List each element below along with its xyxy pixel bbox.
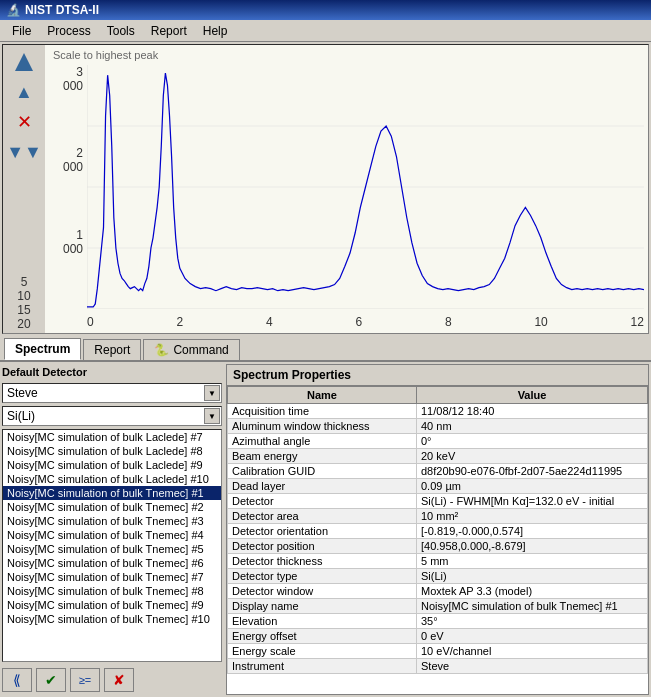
list-item[interactable]: Noisy[MC simulation of bulk Tnemec] #4: [3, 528, 221, 542]
property-value: [-0.819,-0.000,0.574]: [417, 524, 648, 539]
list-item[interactable]: Noisy[MC simulation of bulk Laclede] #7: [3, 430, 221, 444]
up-double-button[interactable]: ⟪: [2, 668, 32, 692]
property-name: Detector type: [228, 569, 417, 584]
list-item[interactable]: Noisy[MC simulation of bulk Tnemec] #1: [3, 486, 221, 500]
property-value: 5 mm: [417, 554, 648, 569]
tab-spectrum[interactable]: Spectrum: [4, 338, 81, 360]
menu-file[interactable]: File: [4, 22, 39, 40]
chart-scale-label: Scale to highest peak: [53, 49, 158, 61]
menu-help[interactable]: Help: [195, 22, 236, 40]
property-value: [40.958,0.000,-8.679]: [417, 539, 648, 554]
tab-command[interactable]: 🐍 Command: [143, 339, 239, 360]
chart-area: ▲ ✕ ▼▼ 5 10 15 20 Scale to highest peak …: [2, 44, 649, 334]
property-name: Calibration GUID: [228, 464, 417, 479]
table-row: Detector windowMoxtek AP 3.3 (model): [228, 584, 648, 599]
property-name: Detector thickness: [228, 554, 417, 569]
table-row: DetectorSi(Li) - FWHM[Mn Kα]=132.0 eV - …: [228, 494, 648, 509]
chart-y-axis: 3 000 2 000 1 000: [53, 65, 83, 309]
menu-bar: File Process Tools Report Help: [0, 20, 651, 42]
bottom-panel: Default Detector Steve ▼ Si(Li) ▼ Noisy[…: [2, 364, 649, 695]
property-name: Elevation: [228, 614, 417, 629]
zoom-down2-icon[interactable]: ▼▼: [10, 138, 38, 166]
menu-tools[interactable]: Tools: [99, 22, 143, 40]
table-row: Calibration GUIDd8f20b90-e076-0fbf-2d07-…: [228, 464, 648, 479]
property-value: Si(Li): [417, 569, 648, 584]
table-row: Detector typeSi(Li): [228, 569, 648, 584]
property-name: Detector orientation: [228, 524, 417, 539]
title-bar: 🔬 NIST DTSA-II: [0, 0, 651, 20]
property-value: Steve: [417, 659, 648, 674]
table-row: Beam energy20 keV: [228, 449, 648, 464]
chart-numbers: 5 10 15 20: [17, 275, 30, 331]
property-value: 10 mm²: [417, 509, 648, 524]
detector-dropdown2[interactable]: Si(Li): [2, 406, 222, 426]
svg-marker-0: [15, 53, 33, 71]
list-item[interactable]: Noisy[MC simulation of bulk Tnemec] #9: [3, 598, 221, 612]
table-row: Acquisition time11/08/12 18:40: [228, 404, 648, 419]
property-value: 0°: [417, 434, 648, 449]
list-item[interactable]: Noisy[MC simulation of bulk Tnemec] #8: [3, 584, 221, 598]
property-name: Beam energy: [228, 449, 417, 464]
col-name-header: Name: [228, 387, 417, 404]
zoom-up-icon[interactable]: ▲: [10, 78, 38, 106]
property-value: Si(Li) - FWHM[Mn Kα]=132.0 eV - initial: [417, 494, 648, 509]
chart-plot[interactable]: Scale to highest peak 3 000 2 000 1 000 …: [45, 45, 648, 333]
list-item[interactable]: Noisy[MC simulation of bulk Laclede] #9: [3, 458, 221, 472]
properties-table: Name Value Acquisition time11/08/12 18:4…: [227, 386, 648, 674]
table-row: Azimuthal angle0°: [228, 434, 648, 449]
detector-dropdown1[interactable]: Steve: [2, 383, 222, 403]
tabs-bar: Spectrum Report 🐍 Command: [0, 336, 651, 362]
property-value: 40 nm: [417, 419, 648, 434]
property-name: Aluminum window thickness: [228, 419, 417, 434]
property-name: Detector position: [228, 539, 417, 554]
list-item[interactable]: Noisy[MC simulation of bulk Tnemec] #3: [3, 514, 221, 528]
list-item[interactable]: Noisy[MC simulation of bulk Tnemec] #7: [3, 570, 221, 584]
property-name: Detector: [228, 494, 417, 509]
tab-report[interactable]: Report: [83, 339, 141, 360]
right-panel: Spectrum Properties Name Value Acquisiti…: [226, 364, 649, 695]
property-value: 11/08/12 18:40: [417, 404, 648, 419]
detector-dropdown2-container: Si(Li) ▼: [2, 406, 222, 426]
list-item[interactable]: Noisy[MC simulation of bulk Tnemec] #10: [3, 612, 221, 626]
property-value: 35°: [417, 614, 648, 629]
table-row: Energy offset0 eV: [228, 629, 648, 644]
col-value-header: Value: [417, 387, 648, 404]
check-button[interactable]: ✔: [36, 668, 66, 692]
zoom-down-icon[interactable]: ✕: [10, 108, 38, 136]
menu-process[interactable]: Process: [39, 22, 98, 40]
table-row: Elevation35°: [228, 614, 648, 629]
gte-button[interactable]: ≥=: [70, 668, 100, 692]
tab-command-label: Command: [173, 343, 228, 357]
spectrum-list[interactable]: Noisy[MC simulation of bulk Laclede] #7N…: [2, 429, 222, 662]
list-item[interactable]: Noisy[MC simulation of bulk Tnemec] #6: [3, 556, 221, 570]
property-name: Acquisition time: [228, 404, 417, 419]
properties-header: Spectrum Properties: [227, 365, 648, 386]
tab-spectrum-label: Spectrum: [15, 342, 70, 356]
property-value: 10 eV/channel: [417, 644, 648, 659]
property-name: Energy scale: [228, 644, 417, 659]
close-button[interactable]: ✘: [104, 668, 134, 692]
property-name: Detector window: [228, 584, 417, 599]
tab-command-icon: 🐍: [154, 343, 169, 357]
app-title: NIST DTSA-II: [25, 3, 99, 17]
menu-report[interactable]: Report: [143, 22, 195, 40]
property-name: Dead layer: [228, 479, 417, 494]
table-row: Detector orientation[-0.819,-0.000,0.574…: [228, 524, 648, 539]
property-value: 0 eV: [417, 629, 648, 644]
table-row: Energy scale10 eV/channel: [228, 644, 648, 659]
property-name: Detector area: [228, 509, 417, 524]
table-row: Display nameNoisy[MC simulation of bulk …: [228, 599, 648, 614]
tab-report-label: Report: [94, 343, 130, 357]
zoom-in-icon[interactable]: [10, 48, 38, 76]
list-item[interactable]: Noisy[MC simulation of bulk Tnemec] #5: [3, 542, 221, 556]
property-name: Instrument: [228, 659, 417, 674]
table-row: InstrumentSteve: [228, 659, 648, 674]
default-detector-label: Default Detector: [2, 364, 222, 380]
property-name: Azimuthal angle: [228, 434, 417, 449]
property-value: 20 keV: [417, 449, 648, 464]
list-item[interactable]: Noisy[MC simulation of bulk Tnemec] #2: [3, 500, 221, 514]
property-value: Moxtek AP 3.3 (model): [417, 584, 648, 599]
list-item[interactable]: Noisy[MC simulation of bulk Laclede] #8: [3, 444, 221, 458]
list-item[interactable]: Noisy[MC simulation of bulk Laclede] #10: [3, 472, 221, 486]
table-row: Detector position[40.958,0.000,-8.679]: [228, 539, 648, 554]
